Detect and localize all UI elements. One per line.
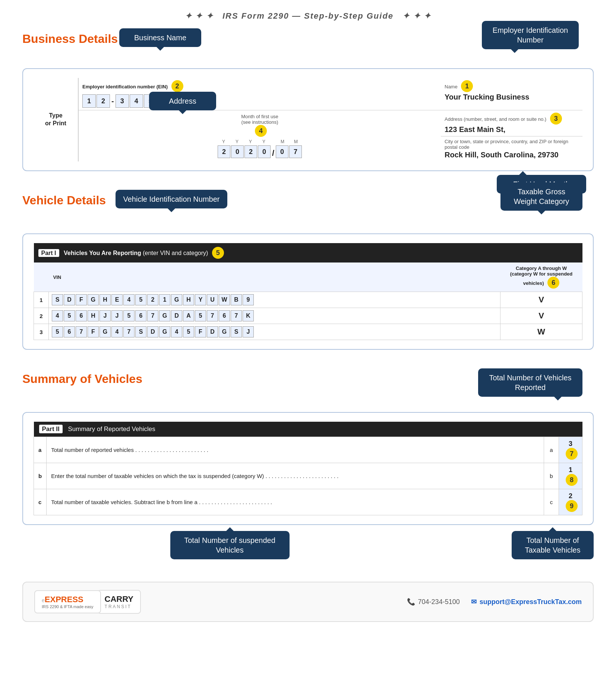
ein-digit: 2 [97, 94, 110, 108]
ein-digit: 1 [82, 94, 96, 108]
month-badge: 4 [255, 125, 267, 137]
vin-char: 5 [52, 326, 63, 337]
month-col-label: Y [258, 139, 270, 144]
vin-char: 7 [147, 310, 158, 321]
summary-value-cell: 18 [559, 463, 582, 489]
month-col-label: Y [244, 139, 257, 144]
total-taxable-tooltip: Total Number of Taxable Vehicles [512, 531, 594, 559]
vin-cell: 567FG47SDG45FDGSJ [49, 324, 500, 340]
page-header: Business Details ✦ ✦ ✦ IRS Form 2290 — S… [22, 11, 594, 21]
vehicle-table-header: Part I Vehicles You Are Reporting (enter… [34, 243, 582, 263]
vin-char: U [207, 294, 218, 305]
vin-char: 1 [159, 294, 170, 305]
business-section: Business Details Business Name Employer … [22, 32, 594, 171]
vin-char: 6 [135, 310, 146, 321]
business-name-tooltip: Business Name [119, 28, 201, 47]
summary-badge-9: 9 [566, 500, 578, 512]
vin-char: H [99, 294, 111, 305]
ein-digits-row: 12-3456789 [82, 94, 437, 108]
month-col-label: M [290, 139, 302, 144]
vin-char: G [88, 294, 99, 305]
address-tooltip: Address [149, 92, 216, 110]
summary-row-label: Total number of taxable vehicles. Subtra… [47, 489, 544, 515]
month-digit: 7 [289, 145, 302, 158]
address-value: 123 East Main St, [445, 125, 579, 134]
month-col-label: Y [231, 139, 243, 144]
category-cell: V [500, 292, 582, 308]
month-digit: 0 [276, 145, 288, 158]
type-or-print-label: Type or Print [34, 78, 78, 161]
vin-char: B [231, 294, 242, 305]
vin-char: Y [195, 294, 206, 305]
vin-char: F [195, 326, 206, 337]
vin-char: D [171, 310, 182, 321]
vin-char: 4 [123, 294, 135, 305]
vin-char: J [243, 326, 254, 337]
footer-email[interactable]: ✉ support@ExpressTruckTax.com [471, 598, 582, 606]
vin-char: F [88, 326, 99, 337]
vehicle-badge-5: 5 [212, 247, 224, 259]
ein-digit: 4 [130, 94, 143, 108]
footer: eEXPRESS IRS 2290 & IFTA made easy CARRY… [22, 582, 594, 622]
summary-row: bEnter the total number of taxable vehic… [34, 463, 582, 489]
summary-row: cTotal number of taxable vehicles. Subtr… [34, 489, 582, 515]
vehicle-table: Part I Vehicles You Are Reporting (enter… [34, 243, 582, 340]
month-col-label: M [276, 139, 289, 144]
vin-char: 4 [171, 326, 182, 337]
summary-form-card: Part II Summary of Reported Vehicles aTo… [22, 412, 594, 525]
vehicle-section: Vehicle Details Vehicle Identification N… [22, 194, 594, 350]
vin-char: 7 [123, 326, 135, 337]
vin-char: 5 [135, 294, 146, 305]
summary-value-cell: 37 [559, 437, 582, 463]
summary-line-ref: a [544, 437, 559, 463]
summary-row-letter: a [34, 437, 47, 463]
summary-line-ref: c [544, 489, 559, 515]
vin-char: G [159, 326, 170, 337]
city-field: City or town, state or province, country… [441, 136, 582, 161]
ein-badge: 2 [171, 80, 183, 92]
carry-logo: CARRY TRANSIT [97, 590, 141, 614]
category-cell: W [500, 324, 582, 340]
month-label: Month of first use (see instructions) 4 [82, 114, 437, 137]
vin-char: F [76, 294, 87, 305]
business-form-card: Type or Print Name 1 Your Trucking Busin… [22, 68, 594, 171]
vin-char: J [99, 310, 111, 321]
address-field: Address (number, street, and room or sui… [441, 110, 582, 136]
total-reported-tooltip: Total Number of Vehicles Reported [478, 368, 582, 397]
summary-row-label: Total number of reported vehicles . . . … [47, 437, 544, 463]
vin-char: 7 [231, 310, 242, 321]
vin-char: K [243, 310, 254, 321]
phone-icon: 📞 [407, 598, 415, 606]
vin-char: J [111, 310, 123, 321]
vin-char: 6 [219, 310, 230, 321]
vin-char: H [88, 310, 99, 321]
city-label: City or town, state or province, country… [445, 139, 579, 150]
vin-char: W [219, 294, 230, 305]
vin-cell: 456HJJ567GDA5767K [49, 308, 500, 324]
summary-line-ref: b [544, 463, 559, 489]
total-suspended-tooltip: Total Number of suspended Vehicles [170, 531, 290, 559]
month-slash: / [271, 148, 275, 158]
vehicle-row: 2456HJJ567GDA5767KV [34, 308, 582, 324]
name-label: Name 1 [445, 80, 579, 92]
vin-char: S [231, 326, 242, 337]
vin-char: 6 [76, 310, 87, 321]
name-value: Your Trucking Business [445, 93, 579, 101]
category-tooltip: Taxable Gross Weight Category [500, 182, 582, 211]
vin-char: S [52, 294, 63, 305]
summary-row-letter: b [34, 463, 47, 489]
vin-cell: SDFGHE4521GHYUWB9 [49, 292, 500, 308]
vin-char: H [183, 294, 194, 305]
row-number: 2 [34, 308, 49, 324]
vin-char: 5 [64, 310, 75, 321]
footer-phone: 📞 704-234-5100 [407, 598, 460, 606]
email-icon: ✉ [471, 598, 477, 606]
vin-char: D [64, 294, 75, 305]
vin-char: 5 [123, 310, 135, 321]
summary-value-cell: 29 [559, 489, 582, 515]
city-value: Rock Hill, South Carolina, 29730 [445, 151, 579, 159]
business-form: Type or Print Name 1 Your Trucking Busin… [34, 78, 582, 161]
summary-badge-7: 7 [566, 448, 578, 460]
summary-row-letter: c [34, 489, 47, 515]
vin-char: E [111, 294, 123, 305]
